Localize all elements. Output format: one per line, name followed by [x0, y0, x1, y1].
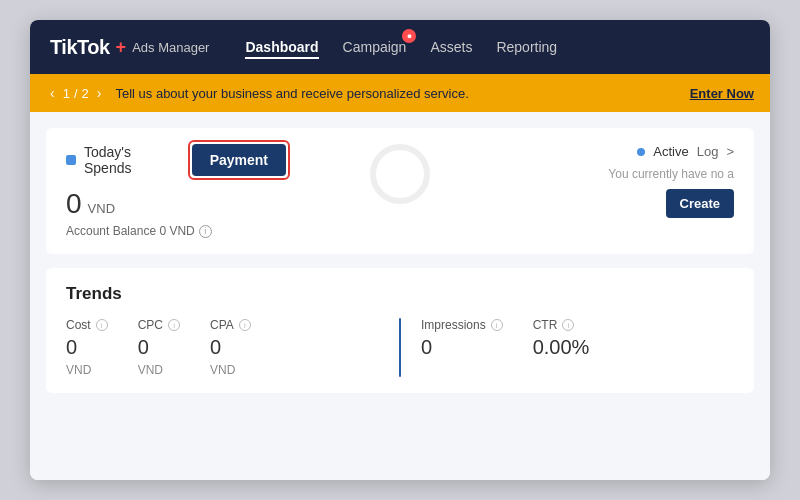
section-title: Today's Spends [84, 144, 174, 176]
banner-next-arrow[interactable]: › [93, 83, 106, 103]
impressions-label: Impressions [421, 318, 486, 332]
balance-info-icon[interactable]: i [199, 225, 212, 238]
nav-reporting[interactable]: Reporting [496, 35, 557, 59]
balance-text: Account Balance 0 VND [66, 224, 195, 238]
ctr-value: 0.00% [533, 336, 590, 359]
banner-prev-arrow[interactable]: ‹ [46, 83, 59, 103]
ads-manager-label: Ads Manager [132, 40, 209, 55]
create-button[interactable]: Create [666, 189, 734, 218]
promo-banner: ‹ 1 / 2 › Tell us about your business an… [30, 74, 770, 112]
metric-cpa: CPA i 0 VND [210, 318, 251, 377]
cost-label: Cost [66, 318, 91, 332]
cpa-info-icon[interactable]: i [239, 319, 251, 331]
nav-campaign[interactable]: Campaign ● [343, 35, 407, 59]
nav-dashboard[interactable]: Dashboard [245, 35, 318, 59]
banner-navigation: ‹ 1 / 2 › [46, 83, 105, 103]
active-label: Active [653, 144, 688, 159]
right-section: Active Log > You currently have no a Cre… [514, 144, 734, 218]
metric-cpc: CPC i 0 VND [138, 318, 180, 377]
logo: TikTok + Ads Manager [50, 36, 209, 59]
cpa-value: 0 [210, 336, 251, 359]
donut-chart [370, 144, 430, 204]
main-content: Today's Spends Payment 0 VND Account Bal… [30, 112, 770, 480]
campaign-badge: ● [402, 29, 416, 43]
trends-divider [399, 318, 401, 377]
no-campaigns-text: You currently have no a [608, 167, 734, 181]
cpc-label: CPC [138, 318, 163, 332]
banner-message: Tell us about your business and receive … [115, 86, 679, 101]
top-card: Today's Spends Payment 0 VND Account Bal… [46, 128, 754, 254]
metrics-left-group: Cost i 0 VND CPC i 0 VND [66, 318, 379, 377]
trends-card: Trends Cost i 0 VND CPC [46, 268, 754, 393]
metric-ctr: CTR i 0.00% [533, 318, 590, 377]
banner-page-total: 2 [82, 86, 89, 101]
top-navigation: TikTok + Ads Manager Dashboard Campaign … [30, 20, 770, 74]
ctr-label: CTR [533, 318, 558, 332]
log-link[interactable]: Log [697, 144, 719, 159]
middle-chart-section [286, 144, 514, 204]
metric-impressions: Impressions i 0 [421, 318, 503, 377]
cpc-unit: VND [138, 363, 180, 377]
cost-info-icon[interactable]: i [96, 319, 108, 331]
logo-tiktok: TikTok [50, 36, 110, 59]
logo-plus: + [116, 37, 127, 58]
impressions-value: 0 [421, 336, 503, 359]
active-log-row: Active Log > [637, 144, 734, 159]
banner-cta-link[interactable]: Enter Now [690, 86, 754, 101]
trends-title: Trends [66, 284, 734, 304]
payment-button-wrapper: Payment [192, 144, 286, 176]
banner-page-current: 1 [63, 86, 70, 101]
banner-separator: / [74, 86, 78, 101]
cpa-label: CPA [210, 318, 234, 332]
amount-value: 0 [66, 188, 82, 220]
today-spends-section: Today's Spends Payment 0 VND Account Bal… [66, 144, 286, 238]
amount-row: 0 VND [66, 188, 286, 220]
metrics-right-group: Impressions i 0 CTR i 0.00% [421, 318, 734, 377]
cpc-value: 0 [138, 336, 180, 359]
log-chevron: > [726, 144, 734, 159]
cost-unit: VND [66, 363, 108, 377]
section-header: Today's Spends Payment [66, 144, 286, 176]
impressions-info-icon[interactable]: i [491, 319, 503, 331]
cpc-info-icon[interactable]: i [168, 319, 180, 331]
payment-button[interactable]: Payment [192, 144, 286, 176]
cpa-unit: VND [210, 363, 251, 377]
ctr-info-icon[interactable]: i [562, 319, 574, 331]
active-status-dot [637, 148, 645, 156]
cost-value: 0 [66, 336, 108, 359]
balance-row: Account Balance 0 VND i [66, 224, 286, 238]
trends-metrics: Cost i 0 VND CPC i 0 VND [66, 318, 734, 377]
section-dot-icon [66, 155, 76, 165]
metric-cost: Cost i 0 VND [66, 318, 108, 377]
nav-assets[interactable]: Assets [430, 35, 472, 59]
amount-currency: VND [88, 201, 115, 216]
